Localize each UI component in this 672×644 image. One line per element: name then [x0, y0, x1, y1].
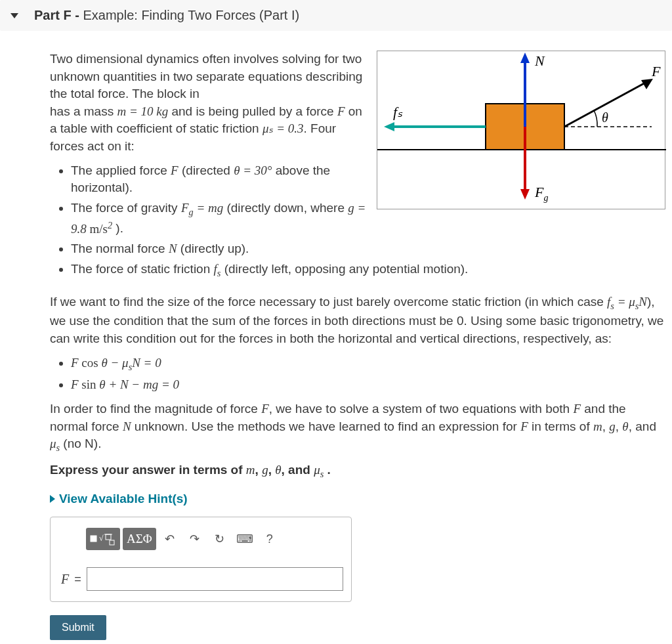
- chevron-right-icon: [50, 495, 55, 503]
- part-label: Part F -: [34, 8, 83, 22]
- content: N Fg fₛ F θ: [0, 31, 672, 644]
- svg-marker-3: [520, 53, 530, 63]
- svg-rect-16: [110, 540, 114, 545]
- N-label: N: [534, 53, 545, 69]
- equations-list: F cos θ − μsN = 0 F sin θ + N − mg = 0: [71, 354, 665, 394]
- template-button[interactable]: √: [86, 528, 120, 550]
- F-label: F: [651, 63, 661, 79]
- svg-rect-12: [91, 536, 96, 542]
- paragraph-2: If we want to find the size of the force…: [50, 293, 665, 348]
- express-instruction: Express your answer in terms of m, g, θ,…: [50, 462, 665, 481]
- equation-toolbar: √ ΑΣΦ ↶ ↷ ↻ ⌨ ?: [86, 528, 343, 550]
- free-body-diagram: N Fg fₛ F θ: [377, 51, 665, 209]
- svg-text:Fg: Fg: [534, 184, 548, 203]
- answer-input[interactable]: [87, 567, 343, 591]
- diagram-svg: N Fg fₛ F θ: [377, 51, 666, 209]
- part-title: Example: Finding Two Forces (Part I): [83, 8, 299, 22]
- list-item: The normal force N (directly up).: [71, 240, 665, 258]
- keyboard-icon[interactable]: ⌨: [234, 528, 256, 550]
- Fg-label: F: [534, 184, 544, 200]
- help-icon[interactable]: ?: [259, 528, 281, 550]
- list-item: The force of static friction fs (directl…: [71, 261, 665, 280]
- redo-icon[interactable]: ↷: [184, 528, 206, 550]
- submit-button[interactable]: Submit: [50, 615, 106, 640]
- view-hints-link[interactable]: View Available Hint(s): [50, 490, 665, 508]
- list-item: F cos θ − μsN = 0: [71, 354, 665, 374]
- equals-sign: =: [74, 571, 81, 588]
- paragraph-3: In order to find the magnitude of force …: [50, 400, 665, 455]
- part-header[interactable]: Part F - Example: Finding Two Forces (Pa…: [0, 0, 672, 31]
- svg-marker-5: [520, 189, 530, 200]
- greek-button[interactable]: ΑΣΦ: [123, 528, 156, 550]
- svg-rect-14: [106, 534, 111, 540]
- fs-label: fₛ: [393, 104, 403, 120]
- theta-label: θ: [602, 110, 608, 125]
- answer-panel: √ ΑΣΦ ↶ ↷ ↻ ⌨ ? F =: [50, 517, 352, 602]
- answer-lhs: F: [61, 570, 69, 588]
- svg-text:√: √: [99, 534, 104, 543]
- collapse-icon[interactable]: [10, 13, 18, 18]
- svg-marker-8: [384, 122, 394, 131]
- reset-icon[interactable]: ↻: [209, 528, 231, 550]
- undo-icon[interactable]: ↶: [159, 528, 181, 550]
- list-item: F sin θ + N − mg = 0: [71, 376, 665, 394]
